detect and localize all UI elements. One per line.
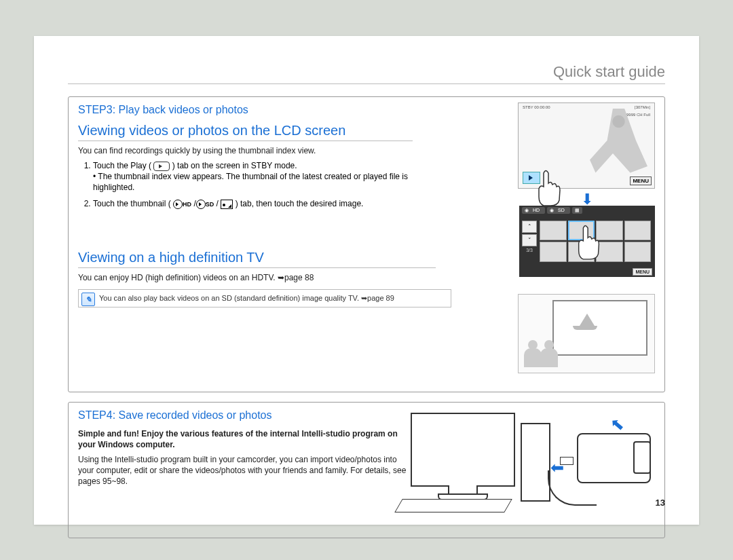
skateboarder-silhouette-icon <box>590 109 647 173</box>
step4-bold-intro: Simple and fun! Enjoy the various featur… <box>78 428 413 450</box>
lcd-stby-illustration: STBY 00:00:00 [307Min] 9999 CH Full MENU <box>518 102 655 189</box>
lcd1-line2: 9999 CH Full <box>626 113 650 117</box>
note-text: You can also play back videos on an SD (… <box>99 294 394 302</box>
li1-sub: • The thumbnail index view appears. The … <box>93 171 439 193</box>
note-icon: ✎ <box>81 293 95 306</box>
nav-up-icon: ˄ <box>522 221 537 233</box>
sailboat-icon <box>567 314 601 334</box>
lcd1-stby-text: STBY 00:00:00 <box>523 105 550 109</box>
viewer-silhouette-2 <box>540 340 558 367</box>
touch-hand-icon-2 <box>574 225 606 260</box>
lcd2-tab-sd: ◉ SD <box>547 207 570 214</box>
camcorder-icon <box>577 433 651 483</box>
thumb <box>624 242 652 262</box>
li1-text-a: Touch the Play ( <box>93 161 151 170</box>
lcd2-tab-sd-label: SD <box>555 207 567 213</box>
page-header-title: Quick start guide <box>68 63 665 84</box>
thumb-photo-icon <box>221 200 233 209</box>
lcd1-time-remain: [307Min] <box>635 105 650 109</box>
li2-text-b: ) tab, then touch the desired image. <box>236 199 364 208</box>
manual-page: Quick start guide STEP3: Play back video… <box>34 36 699 525</box>
pc-connection-illustration: ⬅ ⬅ <box>411 409 655 511</box>
nav-down-icon: ˅ <box>522 234 537 246</box>
step3-list: Touch the Play ( ) tab on the screen in … <box>78 160 439 210</box>
thumb <box>540 242 567 262</box>
note-sd-tv: ✎ You can also play back videos on an SD… <box>78 289 451 307</box>
lcd1-menu-button: MENU <box>630 176 652 185</box>
step4-body: Using the Intelli-studio program built i… <box>78 454 413 487</box>
thumb-hd-icon <box>173 200 183 209</box>
touch-hand-icon <box>533 170 567 207</box>
step3-item-2: Touch the thumbnail ( HD /SD / ) tab, th… <box>93 198 439 209</box>
keyboard-icon <box>394 499 512 512</box>
lcd2-menu-button: MENU <box>633 268 652 276</box>
play-tab-icon <box>153 162 170 171</box>
viewer-silhouette-1 <box>524 340 542 367</box>
li1-text-b: ) tab on the screen in STBY mode. <box>172 161 297 170</box>
arrow-diag-icon: ⬅ <box>606 412 628 435</box>
li2-text-a: Touch the thumbnail ( <box>93 199 171 208</box>
lcd1-topbar: STBY 00:00:00 [307Min] <box>523 105 650 109</box>
sd-label: SD <box>206 201 214 208</box>
lcd-thumbnail-illustration: ◉ HD ◉ SD ▦ ˄ ˅ 3/3 MENU <box>519 206 655 277</box>
hdtv-illustration <box>518 294 655 373</box>
section-hdtv-body: You can enjoy HD (high definition) video… <box>78 272 424 283</box>
section-lcd-title: Viewing videos or photos on the LCD scre… <box>78 123 413 141</box>
li1-sub-text: The thumbnail index view appears. The th… <box>93 172 408 192</box>
lcd2-tab-photo: ▦ <box>572 207 582 214</box>
thumb <box>540 221 567 241</box>
panel-step4: STEP4: Save recorded videos or photos Si… <box>68 402 665 538</box>
hd-label: HD <box>183 201 191 208</box>
page-number: 13 <box>656 498 665 508</box>
lcd2-tab-hd-label: HD <box>530 207 542 213</box>
monitor-icon <box>411 413 515 487</box>
tv-screen <box>552 300 647 356</box>
lcd2-nav: ˄ ˅ <box>522 221 537 246</box>
lcd2-page-indicator: 3/3 <box>522 248 537 253</box>
section-hdtv-title: Viewing on a high definition TV <box>78 250 436 268</box>
panel-step3: STEP3: Play back videos or photos Viewin… <box>68 96 665 392</box>
pc-tower-icon <box>521 423 550 502</box>
lcd2-tabs: ◉ HD ◉ SD ▦ <box>522 207 652 214</box>
lcd2-tab-hd: ◉ HD <box>522 207 545 214</box>
thumb-sd-icon <box>196 200 206 209</box>
step3-item-1: Touch the Play ( ) tab on the screen in … <box>93 160 439 193</box>
thumb <box>624 221 652 241</box>
